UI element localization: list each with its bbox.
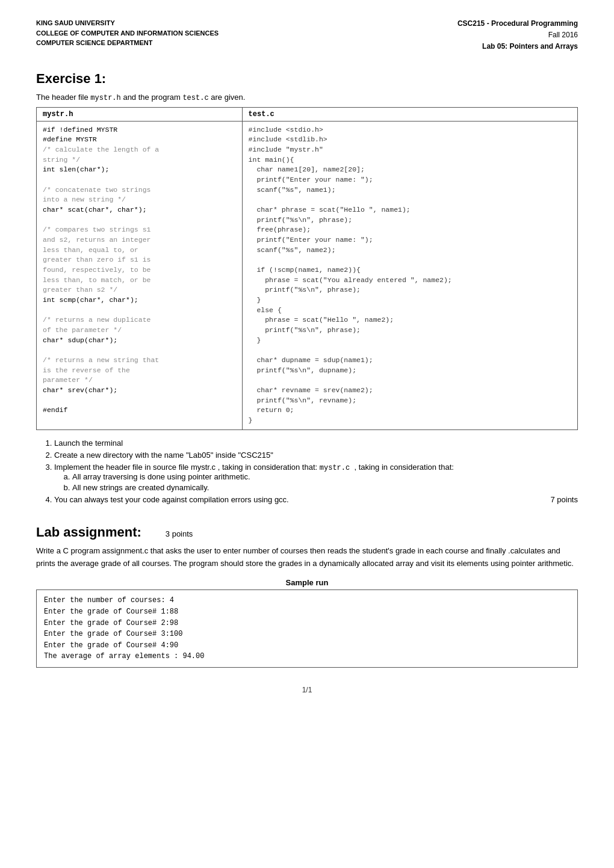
page-number: 1/1 [302,686,312,694]
semester: Fall 2016 [457,29,578,41]
sample-line-6: The average of array elements : 94.00 [44,651,570,662]
sample-run-title: Sample run [36,578,578,587]
exercise1-title: Exercise 1: [36,71,578,87]
step3: Implement the header file in source file… [54,463,578,492]
page: KING SAUD UNIVERSITY COLLEGE OF COMPUTER… [0,0,614,868]
sample-line-4: Enter the grade of Course# 3:100 [44,629,570,640]
step1: Launch the terminal [54,439,578,448]
lab-assignment-points: 3 points [166,529,193,538]
sample-run-box: Enter the number of courses: 4 Enter the… [36,589,578,668]
sample-line-2: Enter the grade of Course# 1:88 [44,606,570,618]
sample-line-1: Enter the number of courses: 4 [44,595,570,606]
header-right: CSC215 - Procedural Programming Fall 201… [457,18,578,53]
sample-line-5: Enter the grade of Course# 4:90 [44,640,570,651]
lab-assignment-title: Lab assignment: [36,525,141,540]
footer: 1/1 [36,686,578,694]
sub-steps: All array traversing is done using point… [72,472,578,492]
lab-name: Lab 05: Pointers and Arrays [457,41,578,52]
step2: Create a new directory with the name "La… [54,451,578,460]
left-code-cell: #if !defined MYSTR #define MYSTR /* calc… [37,121,243,429]
right-code: #include <stdio.h> #include <stdlib.h> #… [249,125,571,426]
left-code: #if !defined MYSTR #define MYSTR /* calc… [43,125,236,416]
lab-assign-header: Lab assignment: 3 points [36,512,578,545]
college-name: COLLEGE OF COMPUTER AND INFORMATION SCIE… [36,28,219,38]
sub-step-b: All new strings are created dynamically. [72,483,578,492]
course-name: CSC215 - Procedural Programming [457,18,578,29]
exercise1-intro: The header file mystr.h and the program … [36,93,578,102]
intro-mid: and the program [123,93,182,102]
exercise1-section: Exercise 1: The header file mystr.h and … [36,71,578,504]
sub-step-a: All array traversing is done using point… [72,472,578,481]
exercise1-points: 7 points [550,495,578,504]
file1-name: mystr.h [90,94,120,102]
right-header: test.c [242,107,577,121]
code-table: mystr.h test.c #if !defined MYSTR #defin… [36,107,578,430]
right-code-cell: #include <stdio.h> #include <stdlib.h> #… [242,121,577,429]
steps-list: Launch the terminal Create a new directo… [54,439,578,504]
lab-description: Write a C program assignment.c that asks… [36,545,578,570]
step3-file: mystr.c [320,464,355,472]
left-header: mystr.h [37,107,243,121]
header: KING SAUD UNIVERSITY COLLEGE OF COMPUTER… [36,18,578,53]
intro-end: are given. [211,93,245,102]
file2-name: test.c [182,94,208,102]
department-name: COMPUTER SCIENCE DEPARTMENT [36,38,219,48]
university-name: KING SAUD UNIVERSITY [36,18,219,28]
intro-text1: The header file [36,93,88,102]
header-left: KING SAUD UNIVERSITY COLLEGE OF COMPUTER… [36,18,219,53]
lab-assignment-section: Lab assignment: 3 points Write a C progr… [36,512,578,668]
step4: You can always test your code against co… [54,495,578,504]
sample-line-3: Enter the grade of Course# 2:98 [44,618,570,629]
